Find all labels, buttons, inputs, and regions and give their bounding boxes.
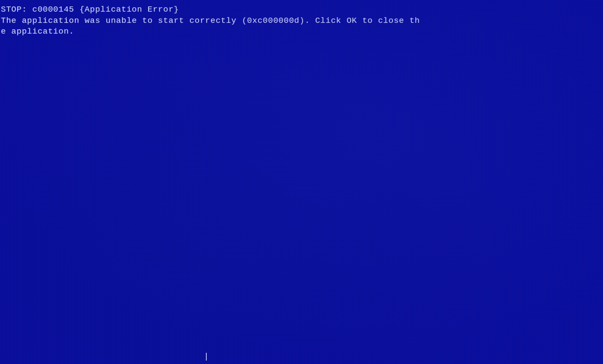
- bsod-screen: STOP: c0000145 {Application Error} The a…: [0, 0, 603, 364]
- cursor: [206, 353, 207, 361]
- error-text: STOP: c0000145 {Application Error} The a…: [1, 4, 420, 37]
